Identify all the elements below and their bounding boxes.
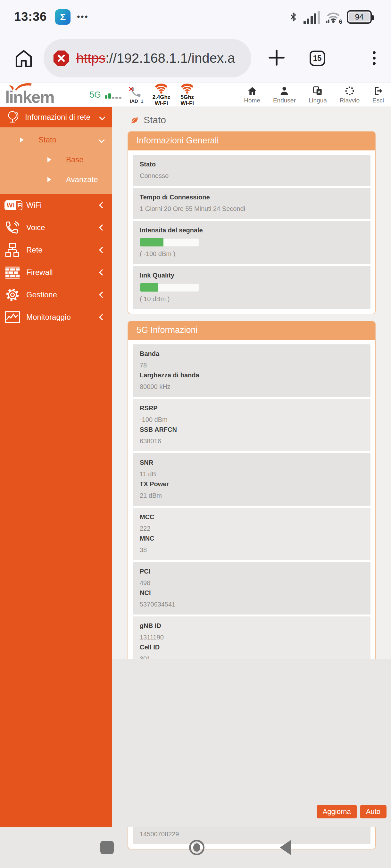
card-header: 5G Informazioni — [128, 321, 375, 340]
chevron-left-icon — [99, 224, 106, 231]
info-row-tempo: Tempo di Connessione 1 Giorni 20 Ore 55 … — [133, 188, 370, 219]
row-value: -100 dBm — [140, 416, 363, 424]
wifi-5ghz-indicator: 5GhzWi-Fi — [179, 83, 195, 106]
g5-row-rsrp: RSRP -100 dBm SSB ARFCN 638016 — [133, 399, 370, 451]
main-content: Stato Informazioni Generali Stato Connes… — [112, 107, 391, 827]
network-mode-indicator: 5G — [89, 91, 121, 99]
chevron-left-icon — [99, 269, 106, 276]
user-icon — [279, 86, 289, 96]
sidebar-item-gestione[interactable]: Gestione — [0, 284, 112, 306]
row-value: 80000 kHz — [140, 383, 363, 391]
row-label: MCC — [140, 514, 363, 521]
row-value: 222 — [140, 525, 363, 532]
sidebar-item-avanzate[interactable]: Avanzate — [0, 169, 112, 189]
tabs-button[interactable]: 15 — [310, 51, 325, 66]
row-value: 38 — [140, 546, 363, 554]
nav-label: Home — [244, 97, 260, 104]
wifi-fan-icon — [153, 83, 169, 94]
new-tab-button[interactable] — [267, 48, 286, 67]
android-home-button[interactable] — [189, 840, 204, 855]
row-label: Banda — [140, 350, 363, 358]
home-icon — [247, 86, 257, 96]
translate-icon: A — [312, 86, 323, 96]
nav-enduser[interactable]: Enduser — [273, 86, 296, 104]
nav-label: Lingua — [309, 97, 327, 104]
sidebar-item-wifi[interactable]: WiFi WiFi — [0, 194, 112, 216]
page-lower-area: Aggiorna Auto — [112, 659, 391, 827]
row-label: Cell ID — [140, 644, 363, 651]
auto-button[interactable]: Auto — [360, 805, 387, 818]
sidebar-item-label: Voice — [26, 223, 45, 232]
triangle-icon — [48, 177, 51, 182]
sigma-notification-icon: Σ — [55, 9, 71, 25]
url-bar[interactable]: https://192.168.1.1/index.a — [44, 39, 251, 78]
row-label: NCI — [140, 589, 363, 597]
clock: 13:36 — [14, 10, 47, 24]
firewall-bricks-icon — [4, 266, 22, 279]
aggiorna-button[interactable]: Aggiorna — [317, 805, 357, 818]
chevron-left-icon — [99, 202, 106, 208]
network-tree-icon — [4, 242, 22, 258]
band-line1: 5Ghz — [181, 94, 194, 100]
sidebar: Informazioni di rete Stato Base Avanzate — [0, 107, 112, 827]
sidebar-item-label: WiFi — [26, 201, 42, 210]
browser-toolbar: https://192.168.1.1/index.a 15 — [0, 34, 391, 83]
sidebar-item-label: Gestione — [26, 290, 57, 299]
sidebar-item-informazioni-di-rete[interactable]: Informazioni di rete — [0, 107, 112, 127]
sidebar-item-monitoraggio[interactable]: Monitoraggio — [0, 306, 112, 329]
nav-home[interactable]: Home — [244, 86, 260, 104]
wifi-status-icon: 6 — [325, 9, 342, 25]
site-header: linkem 5G ✕ IAD 1 2.4GhzWi-Fi — [0, 83, 391, 107]
row-label: Larghezza di banda — [140, 372, 363, 379]
triangle-icon — [48, 157, 51, 162]
chevron-left-icon — [99, 291, 106, 298]
card-header: Informazioni Generali — [128, 132, 375, 150]
signal-strength-fill — [140, 238, 163, 246]
row-value: 5370634541 — [140, 601, 363, 608]
recents-button[interactable] — [100, 841, 114, 854]
back-button[interactable] — [280, 840, 291, 855]
row-label: SNR — [140, 459, 363, 466]
browser-home-button[interactable] — [13, 48, 35, 69]
row-value: 498 — [140, 579, 363, 587]
info-row-intensita: Intensita del segnale ( -100 dBm ) — [133, 221, 370, 264]
sidebar-item-firewall[interactable]: Firewall — [0, 261, 112, 284]
g5-row-snr: SNR 11 dB TX Power 21 dBm — [133, 453, 370, 506]
sidebar-item-label: Informazioni di rete — [25, 113, 90, 122]
row-value: Connesso — [140, 172, 363, 180]
sidebar-item-base[interactable]: Base — [0, 150, 112, 169]
sidebar-item-rete[interactable]: Rete — [0, 239, 112, 261]
nav-esci[interactable]: Esci — [372, 86, 384, 104]
sidebar-submenu: Stato Base Avanzate — [0, 127, 112, 194]
band-line2: Wi-Fi — [181, 100, 194, 106]
wifi-fan-icon — [179, 83, 195, 94]
voice-phone-icon — [4, 220, 22, 235]
restart-spinner-icon — [344, 86, 355, 96]
card-informazioni-generali: Informazioni Generali Stato Connesso Tem… — [128, 131, 375, 314]
page-title: Stato — [130, 115, 375, 125]
link-quality-fill — [140, 283, 158, 291]
band-line2: Wi-Fi — [155, 100, 168, 106]
row-label: gNB ID — [140, 622, 363, 629]
sidebar-item-voice[interactable]: Voice — [0, 216, 112, 239]
g5-row-pci: PCI 498 NCI 5370634541 — [133, 562, 370, 615]
chevron-down-icon — [99, 114, 106, 120]
url-rest: ://192.168.1.1/index.a — [106, 51, 235, 66]
sidebar-item-stato[interactable]: Stato — [0, 130, 112, 150]
row-value: ( 10 dBm ) — [140, 296, 363, 303]
globe-icon — [6, 110, 21, 124]
band-line1: 2.4Ghz — [152, 94, 170, 100]
browser-menu-button[interactable] — [373, 51, 378, 65]
svg-text:6: 6 — [339, 19, 342, 25]
security-warning-icon[interactable] — [52, 49, 71, 67]
row-value: 1311190 — [140, 634, 363, 641]
nav-lingua[interactable]: A Lingua — [309, 86, 327, 104]
gear-icon — [4, 287, 22, 303]
signal-level-icon — [105, 93, 121, 99]
row-value: 11 dB — [140, 470, 363, 478]
info-row-stato: Stato Connesso — [133, 155, 370, 186]
nav-riavvio[interactable]: Riavvio — [340, 86, 360, 104]
screen: 13:36 Σ ••• 6 94 https://192 — [0, 0, 391, 868]
iad-status-indicator: ✕ IAD 1 — [130, 86, 144, 104]
sidebar-item-label: Stato — [38, 135, 56, 144]
